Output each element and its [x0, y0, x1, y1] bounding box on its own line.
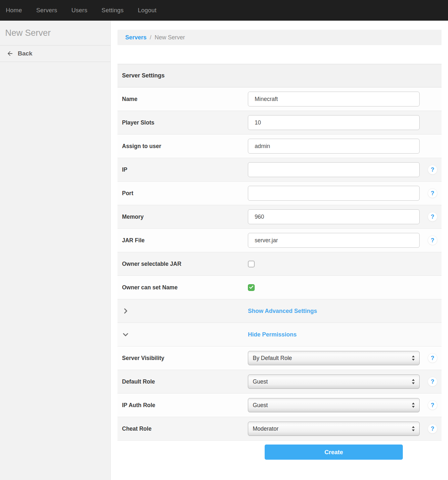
page-title: New Server — [0, 21, 110, 45]
form-row-cheat-role: Cheat Role Moderator ? — [117, 417, 442, 441]
breadcrumb-separator: / — [150, 34, 151, 41]
breadcrumb-servers-link[interactable]: Servers — [125, 34, 147, 41]
form-row-assign-to-user: Assign to user — [117, 135, 442, 158]
nav-item-users[interactable]: Users — [71, 7, 87, 14]
owner-can-set-name-label: Owner can set Name — [122, 284, 248, 291]
checkmark-icon — [249, 285, 253, 290]
form-row-owner-selectable-jar: Owner selectable JAR — [117, 252, 442, 276]
nav-item-servers[interactable]: Servers — [36, 7, 57, 14]
sidebar: New Server Back — [0, 21, 111, 480]
port-label: Port — [122, 190, 248, 197]
breadcrumb-current: New Server — [155, 34, 185, 41]
create-row: Create — [117, 445, 442, 460]
select-stepper-icon — [412, 379, 415, 385]
player-slots-label: Player Slots — [122, 119, 248, 126]
default-role-help-icon[interactable]: ? — [428, 377, 437, 386]
create-button[interactable]: Create — [265, 445, 403, 460]
server-visibility-select[interactable]: By Default Role — [248, 351, 420, 365]
port-help-icon[interactable]: ? — [428, 189, 437, 198]
name-input[interactable] — [248, 92, 420, 106]
ip-help-icon[interactable]: ? — [428, 165, 437, 174]
jar-file-label: JAR File — [122, 237, 248, 244]
jar-file-input[interactable] — [248, 233, 420, 248]
hide-permissions-link[interactable]: Hide Permissions — [248, 331, 297, 338]
player-slots-input[interactable] — [248, 115, 420, 130]
port-input[interactable] — [248, 186, 420, 201]
jar-file-help-icon[interactable]: ? — [428, 236, 437, 245]
cheat-role-label: Cheat Role — [122, 425, 248, 432]
form-row-ip: IP ? — [117, 158, 442, 182]
assign-to-user-input[interactable] — [248, 139, 420, 154]
server-visibility-label: Server Visibility — [122, 355, 248, 362]
arrow-left-icon — [6, 50, 14, 57]
name-label: Name — [122, 96, 248, 103]
ip-auth-role-select[interactable]: Guest — [248, 398, 420, 412]
form-header-row: Server Settings — [117, 64, 442, 87]
select-stepper-icon — [412, 426, 415, 432]
form-title: Server Settings — [122, 72, 165, 79]
default-role-label: Default Role — [122, 378, 248, 385]
server-settings-form: Server Settings Name Player Slots Assign… — [117, 64, 442, 441]
selected-option: Guest — [253, 378, 268, 385]
form-row-hide-permissions: Hide Permissions — [117, 323, 442, 346]
chevron-down-icon — [122, 331, 248, 338]
ip-label: IP — [122, 166, 248, 173]
selected-option: Moderator — [253, 425, 279, 432]
form-row-show-advanced: Show Advanced Settings — [117, 299, 442, 323]
form-row-port: Port ? — [117, 182, 442, 205]
main-content: Servers / New Server Server Settings Nam… — [111, 21, 448, 480]
show-advanced-settings-link[interactable]: Show Advanced Settings — [248, 308, 317, 315]
memory-input[interactable] — [248, 209, 420, 224]
back-button[interactable]: Back — [0, 45, 110, 62]
ip-auth-role-help-icon[interactable]: ? — [428, 401, 437, 410]
cheat-role-select[interactable]: Moderator — [248, 422, 420, 436]
nav-item-logout[interactable]: Logout — [138, 7, 157, 14]
select-stepper-icon — [412, 402, 415, 408]
ip-auth-role-label: IP Auth Role — [122, 402, 248, 409]
owner-can-set-name-checkbox[interactable] — [248, 284, 255, 291]
form-row-player-slots: Player Slots — [117, 111, 442, 135]
form-row-ip-auth-role: IP Auth Role Guest ? — [117, 394, 442, 417]
memory-label: Memory — [122, 214, 248, 220]
default-role-select[interactable]: Guest — [248, 375, 420, 389]
form-row-memory: Memory ? — [117, 205, 442, 229]
chevron-right-icon — [122, 307, 248, 315]
select-stepper-icon — [412, 355, 415, 361]
cheat-role-help-icon[interactable]: ? — [428, 424, 437, 433]
top-navbar: Home Servers Users Settings Logout — [0, 0, 448, 21]
server-visibility-help-icon[interactable]: ? — [428, 354, 437, 363]
owner-selectable-jar-checkbox[interactable] — [248, 261, 255, 267]
selected-option: By Default Role — [253, 355, 292, 362]
nav-item-settings[interactable]: Settings — [102, 7, 124, 14]
nav-item-home[interactable]: Home — [6, 7, 22, 14]
memory-help-icon[interactable]: ? — [428, 212, 437, 221]
ip-input[interactable] — [248, 162, 420, 177]
selected-option: Guest — [253, 402, 268, 409]
form-row-owner-can-set-name: Owner can set Name — [117, 276, 442, 299]
assign-to-user-label: Assign to user — [122, 143, 248, 150]
owner-selectable-jar-label: Owner selectable JAR — [122, 261, 248, 267]
form-row-jar-file: JAR File ? — [117, 229, 442, 252]
breadcrumb: Servers / New Server — [117, 30, 442, 45]
form-row-server-visibility: Server Visibility By Default Role ? — [117, 346, 442, 370]
form-row-name: Name — [117, 87, 442, 111]
form-row-default-role: Default Role Guest ? — [117, 370, 442, 394]
back-label: Back — [18, 50, 32, 57]
